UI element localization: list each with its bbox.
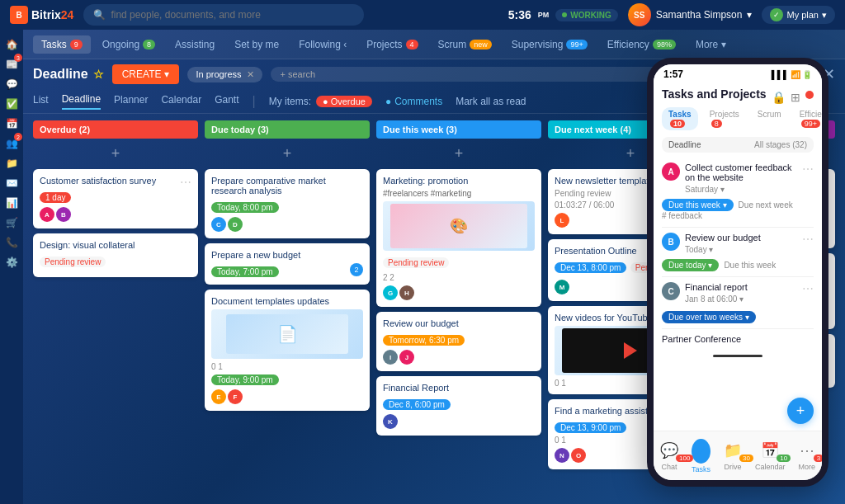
my-plan-button[interactable]: ✓ My plan ▾ [762, 6, 835, 24]
card-financial-report[interactable]: Financial Report Dec 8, 6:00 pm K [376, 376, 541, 436]
column-header-overdue: Overdue (2) [33, 120, 198, 139]
sidebar-item-home[interactable]: 🏠 [3, 36, 20, 53]
phone-card-2[interactable]: B Review our budget Today ▾ ⋯ Due today … [662, 228, 814, 277]
avatar: B [662, 233, 680, 251]
avatar: F [228, 389, 243, 404]
card-new-budget[interactable]: Prepare a new budget Today, 7:00 pm 2 [205, 243, 370, 285]
avatar: L [555, 213, 569, 228]
sidebar-item-chat[interactable]: 💬 [3, 76, 20, 92]
due-badge[interactable]: Due over two weeks ▾ [662, 311, 756, 323]
bottom-icon-drive[interactable]: 📁 30 Drive [724, 441, 742, 471]
nav-tabs: Tasks 9 Ongoing 8 Assisting Set by me Fo… [23, 30, 845, 59]
card-market-research[interactable]: Prepare comparative market research anal… [205, 169, 370, 238]
avatar: M [555, 280, 569, 294]
card-design-visual[interactable]: Design: visual collateral Pending review [33, 233, 198, 277]
phone-tab-projects[interactable]: Projects 8 [703, 107, 746, 130]
view-divider: | [253, 94, 256, 109]
tab-projects[interactable]: Projects 4 [358, 35, 426, 54]
tab-assisting[interactable]: Assisting [167, 35, 223, 54]
overdue-filter[interactable]: ● Overdue [316, 96, 372, 107]
card-review-budget[interactable]: Review our budget Tomorrow, 6:30 pm I J [376, 312, 541, 371]
search-input[interactable] [111, 9, 354, 21]
sidebar-item-calendar[interactable]: 📅 [3, 115, 20, 132]
tab-ongoing[interactable]: Ongoing 8 [94, 35, 163, 54]
logo: B Bitrix24 [10, 6, 73, 24]
sidebar-item-contacts[interactable]: 👥2 [3, 135, 20, 152]
card-marketing-promotion[interactable]: Marketing: promotion #freelancers #marke… [376, 169, 541, 307]
global-search[interactable]: 🔍 [83, 4, 364, 26]
view-tab-deadline[interactable]: Deadline [62, 93, 101, 110]
column-add-week[interactable]: + [376, 144, 541, 164]
phone-card-1[interactable]: A Collect customer feedback on the websi… [662, 158, 814, 228]
avatar: J [399, 350, 414, 365]
top-bar: B Bitrix24 🔍 5:36 PM WORKING SS Samantha… [0, 0, 845, 30]
column-header-today: Due today (3) [205, 120, 370, 139]
left-sidebar: 🏠 📰3 💬 ✅ 📅 👥2 📁 ✉️ 📊 🛒 📞 ⚙️ [0, 30, 23, 504]
fab-button[interactable]: + [787, 398, 814, 424]
avatar: O [571, 448, 586, 463]
avatar: C [662, 282, 680, 300]
tab-set-by-me[interactable]: Set by me [226, 35, 287, 54]
card-menu-dots[interactable]: ⋯ [802, 233, 814, 246]
avatar: SS [628, 3, 651, 26]
card-menu-dots[interactable]: ⋯ [802, 163, 814, 176]
create-button[interactable]: CREATE ▾ [112, 64, 180, 84]
tab-following[interactable]: Following ‹ [290, 35, 355, 54]
sidebar-item-shop[interactable]: 🛒 [3, 214, 20, 231]
card-document-templates[interactable]: Document templates updates 📄 0 1 Today, … [205, 290, 370, 411]
tab-tasks[interactable]: Tasks 9 [33, 35, 91, 54]
due-badge[interactable]: Due this week ▾ [662, 199, 734, 211]
status-filter[interactable]: In progress ✕ [187, 67, 262, 82]
tab-efficiency[interactable]: Efficiency 98% [599, 35, 684, 54]
star-icon[interactable]: ☆ [93, 68, 104, 81]
bottom-icon-chat[interactable]: 💬 100 Chat [660, 441, 678, 471]
sidebar-item-tasks[interactable]: ✅ [3, 96, 20, 112]
sidebar-item-drive[interactable]: 📁 [3, 155, 20, 172]
sidebar-item-feed[interactable]: 📰3 [3, 56, 20, 73]
page-title: Deadline ☆ [33, 67, 104, 82]
sidebar-item-mail[interactable]: ✉️ [3, 175, 20, 191]
phone-bottom-bar: 💬 100 Chat ✓ Tasks 📁 30 Drive 📅 10 Calen… [654, 431, 822, 480]
logo-icon: B [10, 6, 28, 24]
user-info[interactable]: SS Samantha Simpson ▾ [628, 3, 753, 26]
card-menu-dots[interactable]: ⋯ [802, 282, 814, 295]
bottom-icon-tasks[interactable]: ✓ Tasks [692, 439, 710, 473]
phone-card-4[interactable]: Partner Conference [662, 329, 814, 351]
grid-icon[interactable]: ⊞ [791, 91, 800, 104]
view-tab-gantt[interactable]: Gantt [215, 94, 238, 109]
due-badge[interactable]: Due today ▾ [662, 259, 719, 271]
avatar: N [555, 448, 569, 463]
view-tab-list[interactable]: List [33, 94, 49, 109]
avatar: A [662, 163, 680, 181]
card-customer-satisfaction[interactable]: ⋯ Customer satisfaction survey 1 day A B [33, 169, 198, 228]
bottom-icon-calendar[interactable]: 📅 10 Calendar [755, 441, 786, 471]
column-add-today[interactable]: + [205, 144, 370, 164]
filter-close-icon[interactable]: ✕ [247, 69, 254, 80]
lock-icon[interactable]: 🔒 [772, 91, 786, 104]
view-tab-planner[interactable]: Planner [114, 94, 148, 109]
tab-scrum[interactable]: Scrum new [430, 35, 500, 54]
sidebar-item-crm[interactable]: 📊 [3, 195, 20, 211]
phone-tab-tasks[interactable]: Tasks 10 [662, 107, 698, 130]
bottom-icon-more[interactable]: ⋯ 3 More [798, 441, 815, 471]
tab-more[interactable]: More ▾ [687, 35, 734, 54]
mark-all-read-button[interactable]: Mark all as read [456, 96, 526, 107]
comments-button[interactable]: ● Comments [385, 96, 442, 107]
phone-card-3[interactable]: C Financial report Jan 8 at 06:00 ▾ ⋯ Du… [662, 277, 814, 329]
column-add-overdue[interactable]: + [33, 144, 198, 164]
column-due-week: Due this week (3) + Marketing: promotion… [376, 120, 541, 468]
sidebar-item-phone[interactable]: 📞 [3, 234, 20, 251]
phone-tab-efficiency[interactable]: Efficiency 99+ [793, 107, 828, 130]
tab-supervising[interactable]: Supervising 99+ [503, 35, 596, 54]
notification-dot [805, 91, 814, 99]
my-items-filter[interactable]: My items: ● Overdue [269, 96, 372, 107]
working-badge: WORKING [555, 9, 617, 21]
view-tab-calendar[interactable]: Calendar [161, 94, 201, 109]
phone-filter[interactable]: Deadline All stages (32) [662, 137, 814, 153]
column-due-today: Due today (3) + Prepare comparative mark… [205, 120, 370, 468]
card-menu-icon[interactable]: ⋯ [180, 176, 191, 189]
phone-section-title: Tasks and Projects [662, 87, 767, 101]
sidebar-item-settings[interactable]: ⚙️ [3, 254, 20, 271]
phone-home-indicator [713, 355, 762, 357]
phone-tab-scrum[interactable]: Scrum [751, 107, 788, 130]
